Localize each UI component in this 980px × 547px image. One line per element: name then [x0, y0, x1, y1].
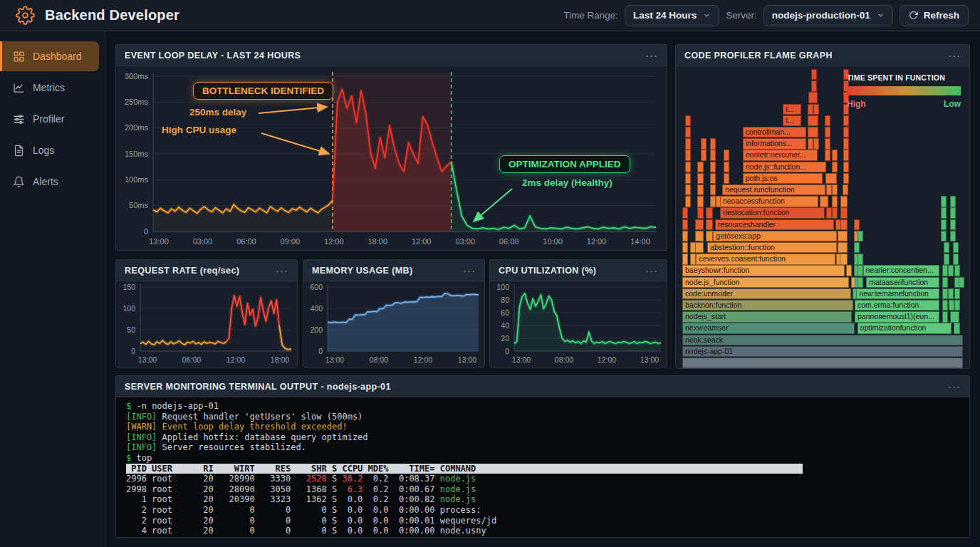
flame-block[interactable] [685, 138, 691, 149]
flame-block[interactable] [950, 196, 956, 207]
flame-block[interactable] [825, 115, 830, 126]
flame-block[interactable] [710, 150, 716, 160]
flame-block[interactable] [808, 92, 818, 103]
flame-block[interactable] [942, 300, 948, 311]
panel-menu-icon[interactable]: ··· [645, 267, 658, 274]
flame-block[interactable] [710, 173, 716, 184]
panel-menu-icon[interactable]: ··· [948, 52, 961, 59]
flame-block[interactable] [953, 254, 959, 264]
sidebar-item-profiler[interactable]: Profiler [0, 104, 99, 134]
flame-block[interactable] [685, 127, 691, 137]
flame-block[interactable] [685, 196, 691, 207]
flame-block[interactable] [682, 242, 688, 253]
flame-block[interactable] [813, 138, 819, 149]
flame-block-neoaccessfunction[interactable]: neoaccessfunction [720, 196, 818, 207]
flame-block[interactable] [706, 207, 713, 218]
flame-block-panno-emousl1-eun-[interactable]: pannoяemousl1)(eun... [855, 311, 939, 322]
flame-block-nodejs-start[interactable]: nodejs_start [682, 311, 852, 322]
flame-block[interactable] [710, 162, 716, 172]
flame-block[interactable] [724, 173, 729, 184]
flame-block-code-unmoder[interactable]: code:unmoder [682, 288, 851, 299]
flame-block[interactable] [840, 196, 848, 207]
flame-block-informations-[interactable]: informations... [743, 138, 806, 149]
flame-block[interactable] [808, 104, 813, 115]
flame-block[interactable] [682, 207, 688, 218]
flame-block[interactable] [941, 196, 947, 207]
panel-menu-icon[interactable]: ··· [463, 267, 476, 274]
flame-block[interactable] [832, 162, 838, 172]
flame-block[interactable] [820, 196, 828, 207]
flame-block[interactable] [682, 219, 688, 230]
flame-block[interactable] [953, 242, 959, 253]
flame-block[interactable] [685, 173, 691, 184]
flame-block[interactable] [942, 288, 948, 299]
flame-block-nexvreamser[interactable]: nexvreamser [682, 323, 855, 333]
server-select[interactable]: nodejs-production-01 [763, 5, 893, 26]
flame-block[interactable] [942, 277, 948, 288]
flame-block[interactable] [808, 138, 813, 149]
flame-block[interactable] [942, 311, 948, 322]
flame-block[interactable] [941, 231, 947, 241]
flame-block[interactable] [858, 277, 863, 288]
flame-block[interactable] [811, 69, 817, 80]
flame-block[interactable] [811, 80, 817, 91]
flame-block-get-sexs-app[interactable]: getósexs:app [713, 231, 837, 241]
flame-block-t-[interactable]: t... [783, 115, 801, 126]
flame-block[interactable] [825, 138, 830, 149]
flame-block[interactable] [695, 219, 704, 230]
flame-block[interactable] [685, 115, 691, 126]
flame-block[interactable] [682, 254, 688, 264]
flame-block[interactable] [843, 184, 848, 195]
flame-block[interactable] [948, 288, 954, 299]
flame-block[interactable] [950, 311, 959, 322]
flame-block[interactable] [808, 127, 818, 137]
flame-block[interactable] [954, 288, 960, 299]
refresh-button[interactable]: Refresh [900, 5, 969, 26]
flame-block-neok-seack[interactable]: neok.seack [682, 335, 963, 345]
flame-block[interactable] [682, 231, 688, 241]
flame-block[interactable] [838, 242, 848, 253]
flame-block[interactable] [954, 323, 959, 333]
flame-block[interactable] [854, 219, 860, 230]
flame-block[interactable] [950, 219, 956, 230]
flame-block-baeyshowr-function[interactable]: baeyshowr:function [682, 265, 845, 276]
flame-block[interactable] [846, 265, 852, 276]
flame-block-ceverves-coasent-function[interactable]: ceverves.coasent:function [696, 254, 835, 264]
flame-block[interactable] [697, 173, 704, 184]
flame-block[interactable] [685, 150, 691, 160]
flame-block-nequest-runcfunction[interactable]: nequest.runcfunction [722, 184, 825, 195]
flame-block[interactable] [724, 150, 729, 160]
flame-block[interactable] [832, 196, 838, 207]
sidebar-item-alerts[interactable]: Alerts [0, 167, 99, 197]
flame-block[interactable] [941, 207, 947, 218]
flame-block-poth-js-os[interactable]: poth.js:os [743, 173, 823, 184]
flame-block[interactable] [954, 265, 960, 276]
flame-block[interactable] [959, 277, 964, 288]
terminal-output[interactable]: $ -n nodejs-app-01[INFO] Request handler… [116, 397, 969, 537]
flame-block[interactable] [942, 265, 948, 276]
flame-block[interactable] [697, 196, 704, 207]
sidebar-item-dashboard[interactable]: Dashboard [0, 41, 99, 71]
flame-block[interactable] [685, 184, 691, 195]
flame-block[interactable] [697, 207, 704, 218]
flame-block-abstestion-function[interactable]: abstestion::function [707, 242, 836, 253]
flame-block[interactable] [843, 162, 849, 172]
flame-block[interactable] [854, 242, 860, 253]
flame-block[interactable] [710, 196, 716, 207]
flame-block[interactable] [949, 300, 954, 311]
panel-menu-icon[interactable]: ··· [948, 383, 961, 390]
flame-block[interactable] [695, 242, 704, 253]
panel-menu-icon[interactable]: ··· [645, 52, 658, 59]
flame-block[interactable] [826, 207, 832, 218]
flame-block-mataaserifunction[interactable]: mataaserifunction [866, 277, 939, 288]
flame-block[interactable] [840, 207, 848, 218]
flame-block[interactable] [950, 231, 956, 241]
flame-block[interactable] [944, 242, 949, 253]
flame-block-backnon-function[interactable]: backnon:function [682, 300, 853, 311]
flame-block[interactable] [941, 219, 947, 230]
flame-block[interactable] [697, 162, 704, 172]
flame-block-nearier-concentien-[interactable]: nearier:concentien... [863, 265, 939, 276]
flame-block[interactable] [840, 219, 848, 230]
flame-block[interactable] [825, 173, 837, 184]
flame-block[interactable] [710, 138, 716, 149]
